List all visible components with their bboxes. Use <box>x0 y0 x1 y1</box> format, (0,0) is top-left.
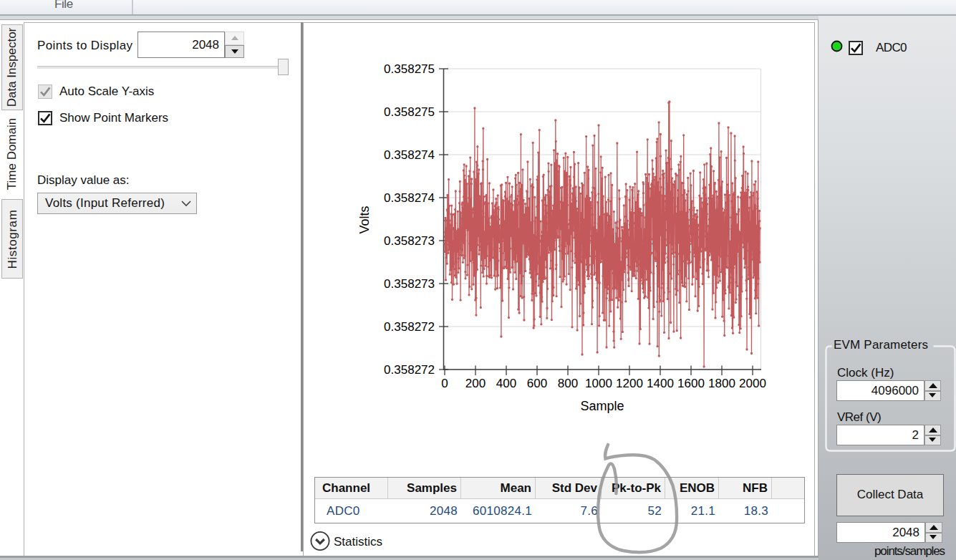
svg-text:0.358273: 0.358273 <box>384 277 435 291</box>
svg-text:0.358275: 0.358275 <box>384 62 435 76</box>
svg-text:600: 600 <box>527 377 547 390</box>
svg-text:0.358272: 0.358272 <box>384 363 435 377</box>
svg-text:Sample: Sample <box>580 399 624 413</box>
svg-text:0: 0 <box>441 377 448 390</box>
svg-text:2000: 2000 <box>739 377 766 390</box>
svg-text:1000: 1000 <box>585 377 612 390</box>
svg-text:800: 800 <box>558 377 578 390</box>
svg-text:0.358275: 0.358275 <box>384 105 435 119</box>
svg-text:1600: 1600 <box>677 377 705 390</box>
svg-text:0.358272: 0.358272 <box>384 320 435 334</box>
svg-text:200: 200 <box>465 377 486 390</box>
svg-text:400: 400 <box>496 377 516 390</box>
svg-text:1400: 1400 <box>647 377 674 390</box>
svg-text:Volts: Volts <box>357 206 372 233</box>
svg-text:1800: 1800 <box>708 377 735 390</box>
svg-text:0.358274: 0.358274 <box>384 191 435 205</box>
svg-text:1200: 1200 <box>616 377 643 390</box>
svg-text:0.358273: 0.358273 <box>384 234 435 248</box>
svg-text:0.358274: 0.358274 <box>384 148 435 162</box>
